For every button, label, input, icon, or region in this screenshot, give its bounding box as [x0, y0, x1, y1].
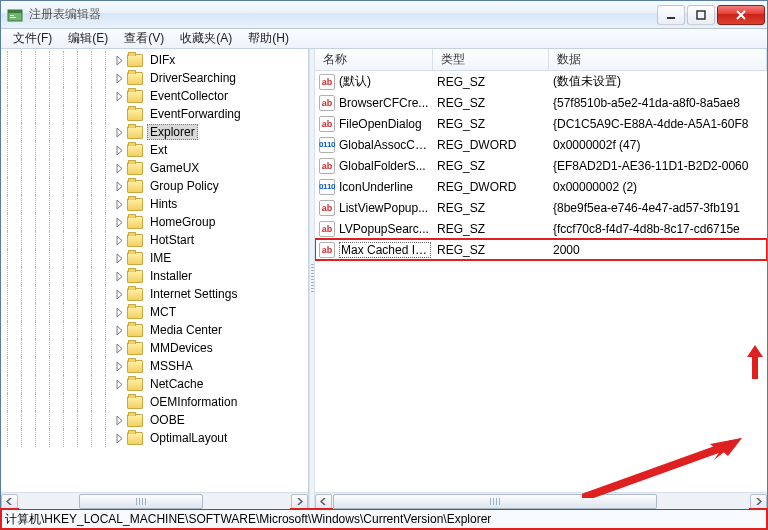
- tree-item[interactable]: MCT: [1, 303, 308, 321]
- tree-hscrollbar[interactable]: [1, 492, 308, 509]
- tree-item[interactable]: EventCollector: [1, 87, 308, 105]
- expand-icon[interactable]: [115, 164, 124, 173]
- expand-icon[interactable]: [115, 362, 124, 371]
- tree-expander[interactable]: [113, 252, 125, 264]
- tree-item[interactable]: DIFx: [1, 51, 308, 69]
- tree-expander[interactable]: [113, 198, 125, 210]
- expand-icon[interactable]: [115, 272, 124, 281]
- tree-item-label: OOBE: [147, 413, 188, 427]
- tree-item[interactable]: OOBE: [1, 411, 308, 429]
- column-header-type[interactable]: 类型: [433, 49, 549, 70]
- tree-expander[interactable]: [113, 306, 125, 318]
- tree-item[interactable]: HomeGroup: [1, 213, 308, 231]
- scroll-left-button[interactable]: [1, 494, 18, 509]
- expand-icon[interactable]: [115, 416, 124, 425]
- tree-expander[interactable]: [113, 234, 125, 246]
- minimize-button[interactable]: [657, 5, 685, 25]
- tree-expander[interactable]: [113, 90, 125, 102]
- tree-item[interactable]: HotStart: [1, 231, 308, 249]
- registry-value-row[interactable]: abGlobalFolderS...REG_SZ{EF8AD2D1-AE36-1…: [315, 155, 767, 176]
- tree-expander[interactable]: [113, 342, 125, 354]
- registry-value-row[interactable]: 0110GlobalAssocCh...REG_DWORD0x0000002f …: [315, 134, 767, 155]
- menu-file[interactable]: 文件(F): [5, 28, 60, 49]
- tree-item[interactable]: IME: [1, 249, 308, 267]
- expand-icon[interactable]: [115, 434, 124, 443]
- tree-expander[interactable]: [113, 360, 125, 372]
- registry-value-row[interactable]: abBrowserCFCre...REG_SZ{57f8510b-a5e2-41…: [315, 92, 767, 113]
- registry-value-row[interactable]: abListViewPopup...REG_SZ{8be9f5ea-e746-4…: [315, 197, 767, 218]
- scroll-thumb[interactable]: [79, 494, 204, 509]
- tree-item[interactable]: NetCache: [1, 375, 308, 393]
- tree-item[interactable]: Group Policy: [1, 177, 308, 195]
- tree-expander[interactable]: [113, 108, 125, 120]
- menu-favorites[interactable]: 收藏夹(A): [172, 28, 240, 49]
- maximize-button[interactable]: [687, 5, 715, 25]
- tree-item[interactable]: Explorer: [1, 123, 308, 141]
- column-header-data[interactable]: 数据: [549, 49, 767, 70]
- tree-expander[interactable]: [113, 432, 125, 444]
- expand-icon[interactable]: [115, 236, 124, 245]
- scroll-track[interactable]: [333, 494, 749, 509]
- tree-expander[interactable]: [113, 180, 125, 192]
- titlebar[interactable]: 注册表编辑器: [1, 1, 767, 29]
- tree-expander[interactable]: [113, 396, 125, 408]
- tree-expander[interactable]: [113, 414, 125, 426]
- expand-icon[interactable]: [115, 128, 124, 137]
- tree-expander[interactable]: [113, 324, 125, 336]
- menu-edit[interactable]: 编辑(E): [60, 28, 116, 49]
- expand-icon[interactable]: [115, 326, 124, 335]
- tree-expander[interactable]: [113, 126, 125, 138]
- column-header-name[interactable]: 名称: [315, 49, 433, 70]
- expand-icon[interactable]: [115, 182, 124, 191]
- registry-value-row[interactable]: 0110IconUnderlineREG_DWORD0x00000002 (2): [315, 176, 767, 197]
- cell-data: {fccf70c8-f4d7-4d8b-8c17-cd6715e: [549, 222, 767, 236]
- expand-icon[interactable]: [115, 56, 124, 65]
- tree-expander[interactable]: [113, 54, 125, 66]
- registry-value-row[interactable]: ab(默认)REG_SZ(数值未设置): [315, 71, 767, 92]
- expand-icon[interactable]: [115, 254, 124, 263]
- scroll-right-button[interactable]: [750, 494, 767, 509]
- close-button[interactable]: [717, 5, 765, 25]
- registry-value-row[interactable]: abMax Cached Ic...REG_SZ2000: [315, 239, 767, 260]
- tree-item[interactable]: Hints: [1, 195, 308, 213]
- tree-item[interactable]: Internet Settings: [1, 285, 308, 303]
- tree-expander[interactable]: [113, 378, 125, 390]
- tree-expander[interactable]: [113, 72, 125, 84]
- tree-item[interactable]: MSSHA: [1, 357, 308, 375]
- list-hscrollbar[interactable]: [315, 492, 767, 509]
- scroll-right-button[interactable]: [291, 494, 308, 509]
- tree-expander[interactable]: [113, 162, 125, 174]
- tree-item[interactable]: MMDevices: [1, 339, 308, 357]
- scroll-left-button[interactable]: [315, 494, 332, 509]
- expand-icon[interactable]: [115, 380, 124, 389]
- expand-icon[interactable]: [115, 290, 124, 299]
- expand-icon[interactable]: [115, 146, 124, 155]
- tree-scroll[interactable]: DIFxDriverSearchingEventCollectorEventFo…: [1, 49, 308, 492]
- tree-item[interactable]: Ext: [1, 141, 308, 159]
- expand-icon[interactable]: [115, 92, 124, 101]
- tree-expander[interactable]: [113, 288, 125, 300]
- tree-item[interactable]: GameUX: [1, 159, 308, 177]
- registry-value-row[interactable]: abFileOpenDialogREG_SZ{DC1C5A9C-E88A-4dd…: [315, 113, 767, 134]
- registry-value-row[interactable]: abLVPopupSearc...REG_SZ{fccf70c8-f4d7-4d…: [315, 218, 767, 239]
- tree-item[interactable]: EventForwarding: [1, 105, 308, 123]
- tree-item[interactable]: Media Center: [1, 321, 308, 339]
- tree-item[interactable]: OEMInformation: [1, 393, 308, 411]
- tree-expander[interactable]: [113, 270, 125, 282]
- expand-icon[interactable]: [115, 344, 124, 353]
- expand-icon[interactable]: [115, 308, 124, 317]
- scroll-track[interactable]: [19, 494, 290, 509]
- expand-icon[interactable]: [115, 218, 124, 227]
- menu-view[interactable]: 查看(V): [116, 28, 172, 49]
- tree-expander[interactable]: [113, 216, 125, 228]
- scroll-thumb[interactable]: [333, 494, 657, 509]
- folder-icon: [127, 108, 143, 121]
- expand-icon[interactable]: [115, 74, 124, 83]
- list-body[interactable]: ab(默认)REG_SZ(数值未设置)abBrowserCFCre...REG_…: [315, 71, 767, 492]
- expand-icon[interactable]: [115, 200, 124, 209]
- tree-item[interactable]: DriverSearching: [1, 69, 308, 87]
- tree-item[interactable]: OptimalLayout: [1, 429, 308, 447]
- tree-expander[interactable]: [113, 144, 125, 156]
- menu-help[interactable]: 帮助(H): [240, 28, 297, 49]
- tree-item[interactable]: Installer: [1, 267, 308, 285]
